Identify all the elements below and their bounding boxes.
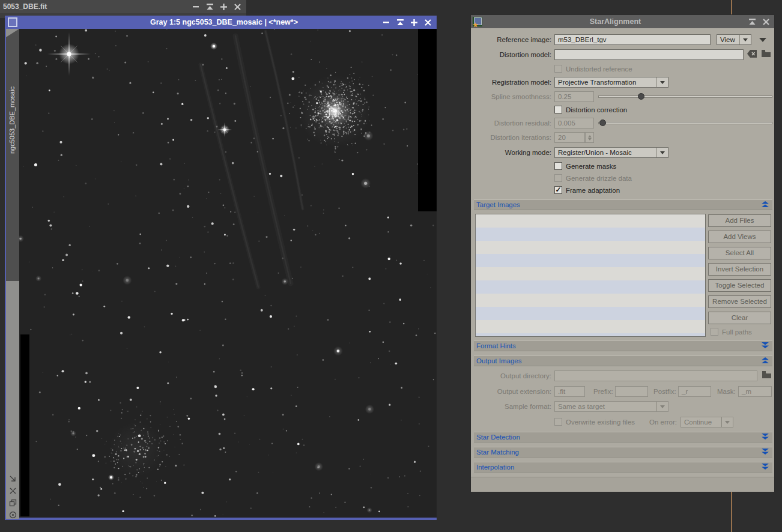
view-button[interactable]: View — [717, 34, 751, 45]
working-mode-label: Working mode: — [476, 147, 551, 158]
image-window: Gray 1:5 ngc5053_DBE_mosaic | <*new*> ng… — [5, 16, 437, 520]
spline-smoothness-slider[interactable] — [598, 91, 772, 102]
reference-image-input[interactable]: m53_DBErl_tgv — [554, 34, 711, 45]
output-extension-label: Output extension: — [476, 386, 551, 397]
view-tab-strip: ngc5053_DBE_mosaic — [6, 29, 19, 519]
tab-label: ngc5053_DBE_mosaic — [8, 86, 16, 154]
overwrite-label: Overwrite existing files — [566, 418, 635, 426]
zoom-arrow-icon[interactable] — [8, 474, 17, 483]
section-interpolation[interactable]: Interpolation — [474, 462, 772, 473]
pixinsight-workspace: 5053_DBE.fit Gray 1:5 ngc5053_DBE_mosaic… — [0, 0, 782, 532]
close-icon[interactable] — [762, 19, 770, 25]
image-window-titlebar[interactable]: Gray 1:5 ngc5053_DBE_mosaic | <*new*> — [5, 16, 437, 29]
chevron-double-up-icon[interactable] — [762, 357, 769, 365]
shade-icon[interactable] — [206, 4, 214, 10]
chevron-down-icon — [656, 148, 668, 157]
distortion-correction-label: Distortion correction — [566, 106, 627, 114]
full-paths-label: Full paths — [722, 328, 752, 336]
full-paths-checkbox — [711, 328, 718, 336]
mask-label: Mask: — [717, 387, 736, 396]
chevron-double-up-icon[interactable] — [762, 201, 769, 209]
overwrite-checkbox — [554, 418, 562, 426]
distortion-residual-slider[interactable] — [598, 118, 772, 128]
section-output-images[interactable]: Output Images — [474, 355, 772, 366]
view-selection-icon[interactable] — [8, 17, 17, 27]
chevron-down-icon — [656, 77, 668, 87]
star-alignment-dialog: ★ StarAlignment Reference image: m53_DBE… — [470, 14, 775, 491]
folder-icon[interactable] — [762, 50, 771, 59]
clear-button[interactable]: Clear — [708, 312, 771, 324]
remove-selected-button[interactable]: Remove Selected — [708, 295, 771, 308]
postfix-input: _r — [678, 386, 711, 397]
slider-thumb[interactable] — [638, 93, 644, 100]
distortion-residual-label: Distortion residual: — [476, 118, 551, 128]
background-window-controls — [192, 4, 246, 10]
registration-model-select[interactable]: Projective Transformation — [554, 77, 668, 88]
on-error-select: Continue — [680, 417, 733, 428]
image-window-controls — [383, 19, 437, 26]
reference-image-label: Reference image: — [476, 34, 551, 45]
target-images-list[interactable] — [475, 214, 706, 337]
reference-menu-icon[interactable] — [759, 38, 766, 42]
duplicate-view-icon[interactable] — [8, 498, 17, 507]
section-star-matching[interactable]: Star Matching — [474, 447, 772, 458]
section-target-images[interactable]: Target Images — [474, 199, 772, 210]
spline-smoothness-input: 0.25 — [554, 91, 594, 102]
generate-masks-checkbox[interactable] — [554, 162, 562, 170]
prefix-label: Prefix: — [593, 387, 613, 396]
image-window-title: Gray 1:5 ngc5053_DBE_mosaic | <*new*> — [17, 18, 383, 26]
mask-input: _m — [738, 386, 772, 397]
distortion-correction-checkbox[interactable] — [554, 106, 562, 113]
shade-icon[interactable] — [748, 19, 756, 25]
chevron-down-icon — [721, 417, 733, 427]
background-window-titlebar[interactable]: 5053_DBE.fit — [0, 0, 246, 13]
dialog-titlebar[interactable]: ★ StarAlignment — [471, 15, 774, 28]
minimize-icon[interactable] — [192, 4, 200, 10]
sample-format-select: Same as target — [554, 401, 668, 412]
add-files-button[interactable]: Add Files — [708, 214, 771, 227]
chevron-down-icon[interactable] — [739, 35, 751, 44]
center-view-icon[interactable] — [8, 510, 17, 519]
chevron-double-down-icon[interactable] — [762, 342, 769, 350]
working-mode-select[interactable]: Register/Union - Mosaic — [554, 147, 668, 158]
frame-adaptation-checkbox[interactable]: ✓ — [554, 186, 562, 194]
dialog-controls — [748, 19, 774, 25]
sample-format-label: Sample format: — [476, 401, 551, 412]
invert-selection-button[interactable]: Invert Selection — [708, 263, 771, 276]
slider-thumb[interactable] — [599, 119, 606, 126]
frame-adaptation-label: Frame adaptation — [566, 186, 620, 195]
workspace-guide-line — [731, 0, 732, 16]
output-directory-input — [554, 370, 757, 381]
chevron-double-down-icon[interactable] — [762, 434, 769, 441]
add-views-button[interactable]: Add Views — [708, 231, 771, 243]
close-icon[interactable] — [234, 4, 241, 10]
shade-icon[interactable] — [396, 19, 404, 26]
section-star-detection[interactable]: Star Detection — [474, 432, 772, 443]
prefix-input — [615, 386, 648, 397]
fit-view-icon[interactable] — [8, 486, 17, 495]
chevron-double-down-icon[interactable] — [762, 464, 769, 471]
registration-model-label: Registration model: — [476, 77, 551, 88]
folder-icon[interactable] — [762, 371, 772, 381]
select-all-button[interactable]: Select All — [708, 247, 771, 259]
tab-ngc5053-dbe-mosaic[interactable]: ngc5053_DBE_mosaic — [6, 29, 19, 281]
dialog-toolbar — [471, 477, 774, 492]
minimize-icon[interactable] — [383, 19, 390, 26]
chevron-double-down-icon[interactable] — [762, 449, 769, 456]
undistorted-reference-label: Undistorted reference — [566, 65, 632, 73]
workspace-guide-line — [731, 491, 732, 532]
distortion-iterations-input: 20 — [554, 132, 585, 143]
clear-icon[interactable] — [747, 50, 757, 59]
plus-icon[interactable] — [410, 19, 418, 26]
output-extension-input: .fit — [554, 386, 585, 397]
section-format-hints[interactable]: Format Hints — [474, 340, 772, 351]
distortion-model-input[interactable] — [554, 49, 744, 60]
toggle-selected-button[interactable]: Toggle Selected — [708, 279, 771, 292]
distortion-iterations-label: Distortion iterations: — [476, 132, 551, 143]
starfield-image[interactable] — [19, 29, 437, 518]
postfix-label: Postfix: — [653, 387, 676, 396]
close-icon[interactable] — [424, 19, 432, 26]
distortion-model-label: Distortion model: — [476, 49, 551, 60]
plus-icon[interactable] — [220, 4, 228, 10]
chevron-down-icon — [656, 402, 668, 411]
